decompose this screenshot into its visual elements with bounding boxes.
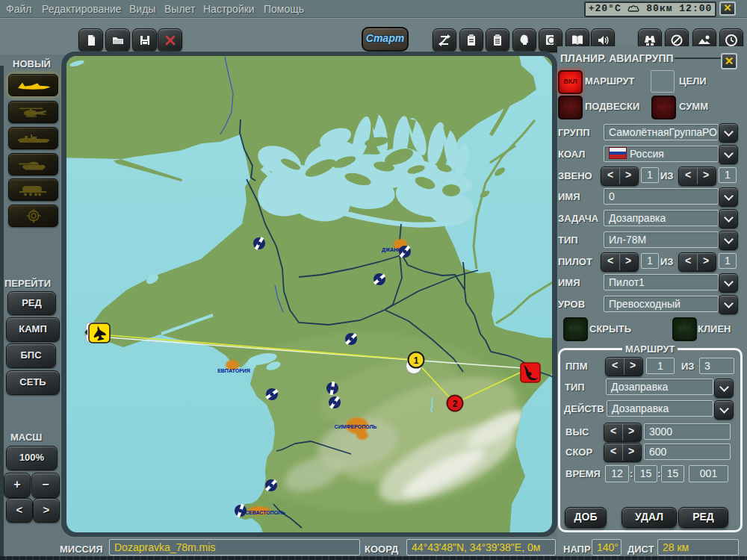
svg-text:2: 2	[453, 399, 458, 409]
svg-text:1: 1	[414, 355, 419, 366]
svg-text:СИМФЕРОПОЛЬ: СИМФЕРОПОЛЬ	[335, 424, 377, 429]
svg-text:ЕВПАТОРИЯ: ЕВПАТОРИЯ	[217, 368, 250, 373]
svg-text:СЕВАСТОПОЛЬ: СЕВАСТОПОЛЬ	[245, 510, 285, 515]
